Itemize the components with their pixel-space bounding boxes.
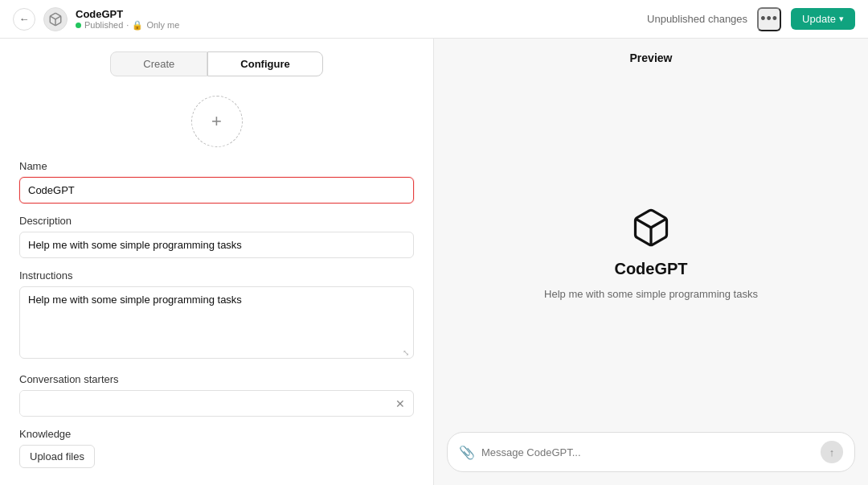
header-left: ← CodeGPT Published · 🔒 Only me [13,7,179,31]
preview-send-button[interactable]: ↑ [821,441,843,463]
preview-header: Preview [434,39,868,72]
right-panel: Preview CodeGPT Help me with some simple… [434,39,868,485]
app-avatar [43,7,68,31]
plus-icon: + [211,111,222,132]
resize-icon: ⤡ [403,348,409,357]
left-panel: Create Configure + Name Description [0,39,434,485]
app-meta: Published · 🔒 Only me [76,20,179,31]
description-label: Description [19,215,414,227]
header: ← CodeGPT Published · 🔒 Only me Unpublis… [0,0,868,39]
header-app-name: CodeGPT [76,8,179,20]
instructions-wrapper: ⤡ [19,286,414,362]
avatar-upload: + [19,96,414,147]
unpublished-label: Unpublished changes [647,13,747,25]
upload-label: Upload files [30,450,84,462]
preview-input-bar: 📎 ↑ [447,432,855,472]
preview-app-icon [628,205,674,250]
conversation-starters-field-group: Conversation starters ✕ [19,373,414,417]
description-input[interactable] [19,232,414,258]
avatar-upload-button[interactable]: + [191,96,243,147]
knowledge-field-group: Knowledge Upload files [19,428,414,468]
app-info: CodeGPT Published · 🔒 Only me [76,8,179,31]
description-field-group: Description [19,215,414,258]
form-area: + Name Description Instructions ⤡ [0,83,433,485]
status-label: Published [84,20,123,30]
back-icon: ← [19,13,30,25]
update-label: Update [802,13,836,25]
attach-icon[interactable]: 📎 [459,445,475,460]
starter-input-wrapper: ✕ [19,390,414,417]
tab-create[interactable]: Create [110,51,207,76]
more-icon: ••• [760,10,778,27]
header-right: Unpublished changes ••• Update ▾ [647,7,855,31]
preview-app-name: CodeGPT [614,260,687,278]
update-button[interactable]: Update ▾ [791,8,855,30]
clear-icon: ✕ [395,397,405,410]
preview-app-description: Help me with some simple programming tas… [544,288,758,300]
name-input[interactable] [19,177,414,203]
instructions-field-group: Instructions ⤡ [19,269,414,362]
name-field-group: Name [19,160,414,203]
status-dot [76,23,81,28]
tabs: Create Configure [0,39,433,83]
instructions-label: Instructions [19,269,414,282]
tab-configure[interactable]: Configure [207,51,322,76]
lock-icon: 🔒 [132,20,143,31]
conversation-starters-label: Conversation starters [19,373,414,385]
preview-body: CodeGPT Help me with some simple program… [434,72,868,432]
upload-files-button[interactable]: Upload files [19,445,95,468]
clear-starter-button[interactable]: ✕ [387,397,413,410]
chevron-down-icon: ▾ [839,14,844,24]
main-content: Create Configure + Name Description [0,39,868,485]
send-icon: ↑ [829,446,835,458]
more-options-button[interactable]: ••• [757,7,781,31]
back-button[interactable]: ← [13,8,35,31]
instructions-input[interactable] [19,286,414,359]
preview-message-input[interactable] [481,446,814,458]
conversation-starters-input[interactable] [20,391,387,416]
separator: · [126,20,129,30]
knowledge-label: Knowledge [19,428,414,440]
preview-title: Preview [630,51,673,64]
name-label: Name [19,160,414,172]
visibility-label: Only me [146,20,179,30]
